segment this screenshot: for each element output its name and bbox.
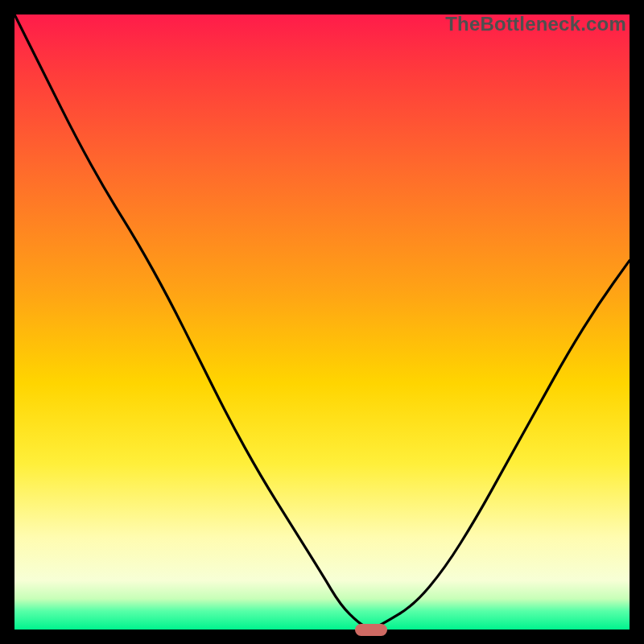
plot-outer: TheBottleneck.com xyxy=(14,14,630,630)
sweet-spot-marker xyxy=(355,624,387,636)
bottleneck-line-chart xyxy=(14,14,630,630)
chart-frame: TheBottleneck.com xyxy=(0,0,644,644)
bottleneck-curve-path xyxy=(14,14,630,628)
